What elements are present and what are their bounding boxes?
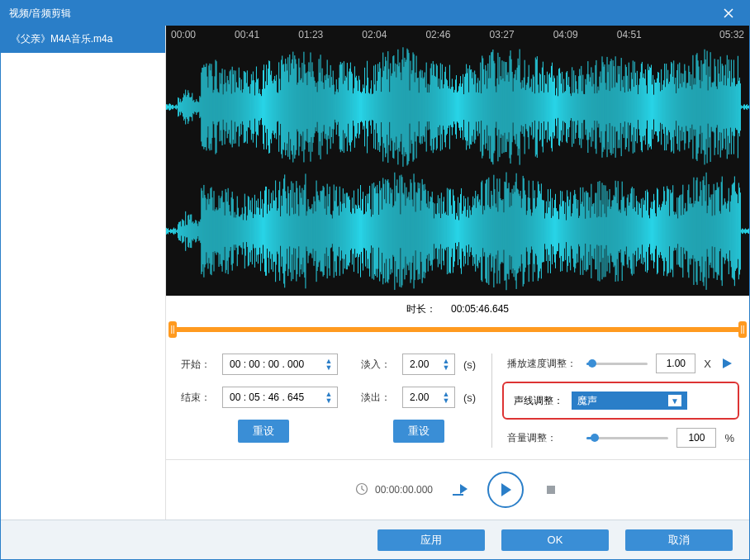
svg-rect-413 bbox=[510, 56, 510, 159]
svg-rect-642 bbox=[700, 88, 700, 126]
svg-rect-30 bbox=[190, 97, 191, 116]
svg-rect-295 bbox=[411, 74, 412, 140]
svg-rect-6 bbox=[170, 104, 171, 110]
volume-value[interactable]: 100 bbox=[676, 428, 716, 448]
svg-rect-494 bbox=[577, 89, 577, 126]
end-input[interactable]: 00 : 05 : 46 . 645 ▲▼ bbox=[222, 387, 338, 408]
svg-rect-1276 bbox=[645, 191, 646, 272]
fadein-input[interactable]: 2.00 ▲▼ bbox=[402, 354, 455, 375]
svg-rect-476 bbox=[562, 72, 562, 142]
speed-slider[interactable] bbox=[586, 358, 648, 369]
trim-bar[interactable]: || || bbox=[171, 320, 744, 339]
svg-rect-1395 bbox=[744, 230, 745, 234]
cancel-button[interactable]: 取消 bbox=[625, 529, 733, 551]
svg-rect-882 bbox=[317, 192, 318, 271]
svg-rect-249 bbox=[373, 94, 373, 121]
svg-rect-1045 bbox=[453, 190, 453, 273]
waveform-display[interactable] bbox=[166, 43, 749, 295]
timeline-ruler[interactable]: 00:00 00:41 01:23 02:04 02:46 03:27 04:0… bbox=[166, 26, 749, 43]
export-button[interactable] bbox=[451, 481, 469, 499]
svg-rect-1372 bbox=[725, 202, 726, 261]
svg-rect-414 bbox=[510, 50, 511, 164]
svg-rect-198 bbox=[330, 65, 331, 149]
svg-rect-1202 bbox=[583, 206, 584, 256]
svg-rect-1005 bbox=[420, 183, 420, 279]
svg-rect-259 bbox=[381, 92, 382, 122]
svg-rect-699 bbox=[748, 107, 748, 109]
svg-rect-789 bbox=[240, 217, 240, 246]
play-button[interactable] bbox=[487, 472, 524, 508]
spin-down-icon[interactable]: ▼ bbox=[441, 397, 451, 404]
start-input[interactable]: 00 : 00 : 00 . 000 ▲▼ bbox=[222, 354, 338, 375]
svg-rect-44 bbox=[202, 68, 202, 146]
svg-rect-800 bbox=[249, 197, 249, 266]
svg-rect-1340 bbox=[698, 202, 699, 261]
svg-rect-1086 bbox=[487, 179, 487, 283]
svg-rect-319 bbox=[431, 64, 432, 150]
spin-down-icon[interactable]: ▼ bbox=[324, 364, 334, 371]
trim-handle-start[interactable]: || bbox=[169, 321, 177, 338]
stop-button[interactable] bbox=[542, 481, 560, 499]
svg-rect-1128 bbox=[522, 199, 523, 264]
svg-rect-711 bbox=[174, 229, 175, 234]
spin-down-icon[interactable]: ▼ bbox=[324, 397, 334, 404]
svg-rect-129 bbox=[273, 83, 273, 131]
svg-rect-307 bbox=[421, 78, 422, 136]
svg-rect-375 bbox=[477, 78, 478, 136]
slider-thumb[interactable] bbox=[588, 359, 596, 368]
titlebar[interactable]: 视频/音频剪辑 bbox=[1, 1, 749, 26]
svg-rect-993 bbox=[410, 200, 411, 262]
svg-rect-1279 bbox=[648, 192, 648, 271]
svg-rect-135 bbox=[278, 93, 278, 121]
slider-thumb[interactable] bbox=[591, 434, 599, 442]
svg-rect-87 bbox=[238, 88, 239, 126]
svg-rect-1122 bbox=[517, 189, 518, 274]
svg-rect-415 bbox=[511, 59, 512, 155]
svg-rect-1282 bbox=[650, 208, 651, 254]
svg-rect-1225 bbox=[602, 205, 603, 259]
svg-rect-218 bbox=[347, 63, 348, 151]
svg-rect-255 bbox=[377, 64, 378, 151]
svg-rect-538 bbox=[614, 66, 615, 148]
svg-rect-246 bbox=[370, 89, 371, 126]
spin-down-icon[interactable]: ▼ bbox=[441, 364, 451, 371]
svg-rect-1312 bbox=[675, 212, 676, 250]
playhead-value: 00:00:00.000 bbox=[375, 484, 433, 496]
apply-button[interactable]: 应用 bbox=[377, 529, 485, 551]
volume-slider[interactable] bbox=[586, 432, 668, 444]
svg-rect-166 bbox=[303, 52, 304, 163]
svg-rect-17 bbox=[179, 102, 180, 112]
svg-rect-196 bbox=[329, 75, 330, 139]
voice-dropdown[interactable]: 魔声 ▼ bbox=[572, 392, 687, 410]
svg-rect-580 bbox=[648, 70, 649, 144]
svg-rect-385 bbox=[486, 71, 487, 144]
sidebar-item-file[interactable]: 《父亲》M4A音乐.m4a bbox=[1, 26, 165, 53]
svg-rect-1271 bbox=[641, 199, 642, 263]
svg-rect-1341 bbox=[699, 197, 700, 267]
close-button[interactable] bbox=[716, 1, 741, 26]
svg-rect-891 bbox=[325, 209, 325, 254]
svg-rect-1088 bbox=[488, 178, 489, 285]
trim-handle-end[interactable]: || bbox=[738, 321, 747, 338]
reset-trim-button[interactable]: 重设 bbox=[238, 420, 289, 443]
speed-value[interactable]: 1.00 bbox=[656, 354, 695, 373]
svg-rect-666 bbox=[720, 57, 721, 158]
svg-rect-170 bbox=[306, 85, 307, 129]
playhead-time: 00:00:00.000 bbox=[355, 482, 433, 498]
svg-rect-53 bbox=[209, 64, 210, 150]
ok-button[interactable]: OK bbox=[501, 529, 609, 551]
preview-speed-button[interactable] bbox=[719, 356, 734, 371]
svg-rect-974 bbox=[393, 206, 394, 257]
svg-rect-1163 bbox=[551, 218, 552, 244]
svg-rect-1013 bbox=[426, 204, 427, 259]
svg-rect-1304 bbox=[668, 190, 669, 273]
svg-rect-423 bbox=[518, 59, 519, 156]
fadeout-input[interactable]: 2.00 ▲▼ bbox=[402, 387, 455, 408]
svg-rect-1280 bbox=[648, 216, 649, 248]
svg-rect-559 bbox=[631, 73, 632, 142]
svg-rect-639 bbox=[697, 61, 698, 154]
reset-fade-button[interactable]: 重设 bbox=[393, 420, 444, 443]
svg-rect-278 bbox=[396, 64, 397, 149]
svg-rect-365 bbox=[469, 65, 470, 149]
svg-rect-1307 bbox=[671, 194, 672, 269]
